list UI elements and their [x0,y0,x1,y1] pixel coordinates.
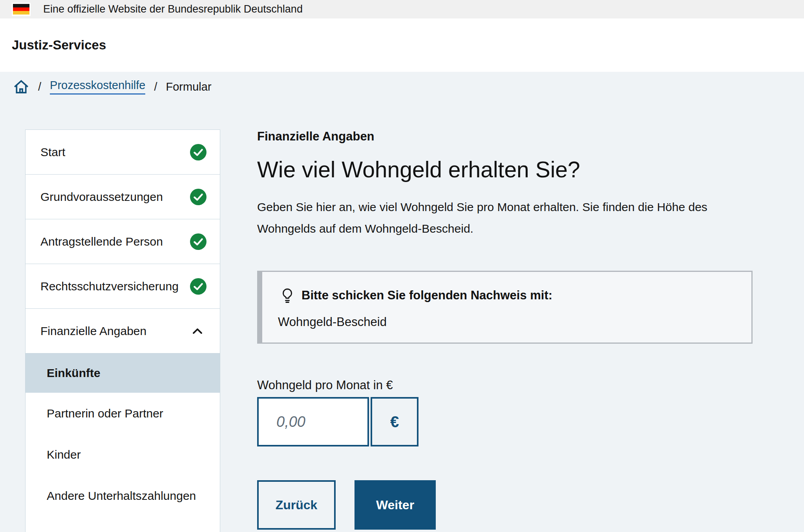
wohngeld-amount-input[interactable] [257,397,369,446]
breadcrumb-separator: / [38,80,41,93]
breadcrumb-link-prozesskostenhilfe[interactable]: Prozesskostenhilfe [50,79,145,95]
form-step-navigation: Start Grundvoraussetzungen Antragstellen… [25,129,220,532]
sidebar-item-rechtsschutzversicherung[interactable]: Rechtsschutzversicherung [26,264,220,309]
check-icon [190,278,206,295]
chevron-up-icon [191,324,206,338]
check-icon [190,189,206,205]
german-flag-icon [12,3,31,16]
sidebar-subitem-kinder[interactable]: Kinder [26,434,220,475]
check-icon [190,144,206,160]
breadcrumb: / Prozesskostenhilfe / Formular [13,78,212,95]
breadcrumb-current: Formular [166,80,212,93]
hint-body: Wohngeld-Bescheid [278,315,552,329]
sidebar-item-grundvoraussetzungen[interactable]: Grundvoraussetzungen [26,175,220,219]
site-header: Justiz-Services [0,18,804,72]
official-banner-text: Eine offizielle Website der Bundesrepubl… [43,3,303,15]
hint-box: Bitte schicken Sie folgenden Nachweis mi… [257,271,753,344]
lightbulb-icon [280,288,294,303]
hint-title: Bitte schicken Sie folgenden Nachweis mi… [302,288,552,302]
next-button[interactable]: Weiter [354,480,436,530]
check-icon [190,233,206,250]
sidebar-item-start[interactable]: Start [26,130,220,175]
wohngeld-field-label: Wohngeld pro Monat in € [257,378,753,394]
sidebar-subitem-andere-unterhaltszahlungen[interactable]: Andere Unterhaltszahlungen [26,475,220,516]
hint-box-accent-bar [257,272,262,343]
breadcrumb-separator: / [154,80,157,93]
official-banner: Eine offizielle Website der Bundesrepubl… [0,0,804,18]
sidebar-subitem-einkuenfte[interactable]: Einkünfte [26,353,220,393]
page-description: Geben Sie hier an, wie viel Wohngeld Sie… [257,196,749,239]
section-label: Finanzielle Angaben [257,129,753,145]
sidebar-item-antragstellende-person[interactable]: Antragstellende Person [26,219,220,264]
currency-suffix: € [371,397,418,446]
home-icon[interactable] [13,78,29,95]
wohngeld-input-group: € [257,397,753,446]
site-title: Justiz-Services [12,38,106,53]
sidebar-subitem-partnerin-oder-partner[interactable]: Partnerin oder Partner [26,393,220,434]
sidebar-item-finanzielle-angaben[interactable]: Finanzielle Angaben [26,309,220,353]
form-navigation-buttons: Zurück Weiter [257,480,753,530]
page-title: Wie viel Wohngeld erhalten Sie? [257,156,753,183]
form-main-content: Finanzielle Angaben Wie viel Wohngeld er… [257,129,753,530]
back-button[interactable]: Zurück [257,480,336,530]
